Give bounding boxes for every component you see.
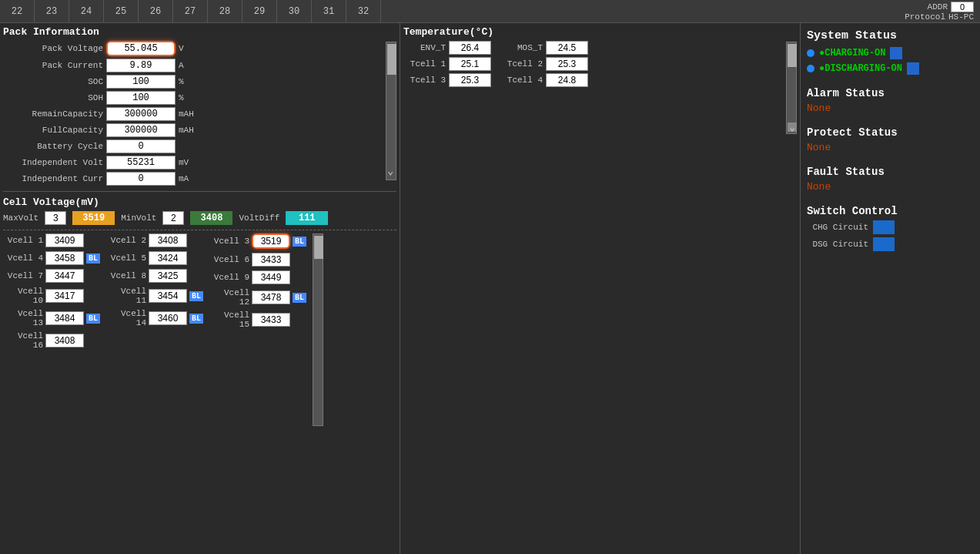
- vcell11-input[interactable]: [149, 289, 187, 303]
- nav-num-26[interactable]: 26: [139, 0, 173, 23]
- battery-cycle-input[interactable]: [106, 139, 176, 153]
- pack-info-area: Pack Information Pack Voltage V Pack Cur…: [3, 26, 383, 188]
- vcell6-label: Vcell 6: [209, 255, 249, 264]
- nav-num-32[interactable]: 32: [346, 0, 381, 23]
- vcell-scrollbar[interactable]: [313, 233, 323, 426]
- env-t-label: ENV_T: [403, 43, 446, 52]
- nav-num-30[interactable]: 30: [277, 0, 312, 23]
- nav-num-25[interactable]: 25: [104, 0, 139, 23]
- vcell13-input[interactable]: [45, 311, 84, 325]
- pack-info-wrapper: Pack Information Pack Voltage V Pack Cur…: [3, 26, 396, 188]
- env-t-input[interactable]: [449, 41, 491, 55]
- vcell7-label: Vcell 7: [3, 271, 43, 280]
- remain-capacity-row: RemainCapacity mAH: [3, 107, 383, 121]
- soh-input[interactable]: [106, 91, 176, 105]
- vcell12-bl: BL: [293, 293, 306, 303]
- nav-num-28[interactable]: 28: [208, 0, 242, 23]
- nav-num-22[interactable]: 22: [0, 0, 35, 23]
- volt-summary: MaxVolt 3519 MinVolt 3408 VoltDiff 111: [3, 211, 396, 225]
- pack-current-input[interactable]: [106, 59, 176, 72]
- vcell15-input[interactable]: [252, 313, 290, 327]
- soc-row: SOC %: [3, 75, 383, 89]
- full-capacity-input[interactable]: [106, 123, 176, 137]
- vcell4-bl: BL: [86, 253, 100, 264]
- voltdiff-value: 111: [286, 211, 328, 225]
- vcell6-input[interactable]: [252, 253, 290, 267]
- vcell1-input[interactable]: [45, 233, 84, 247]
- main-content: Pack Information Pack Voltage V Pack Cur…: [0, 23, 980, 554]
- independent-volt-input[interactable]: [106, 156, 176, 170]
- vcell-container: Vcell 1 Vcell 4 BL Vcell 7 Vcell 10: [3, 233, 396, 426]
- dsg-circuit-btn[interactable]: [873, 237, 895, 251]
- soc-unit: %: [179, 77, 202, 86]
- vcell5-label: Vcell 5: [106, 253, 146, 263]
- vcell10-item: Vcell 10: [3, 287, 100, 305]
- full-capacity-unit: mAH: [179, 126, 202, 135]
- nav-num-23[interactable]: 23: [35, 0, 69, 23]
- vcell2-input[interactable]: [149, 233, 187, 247]
- vcell14-input[interactable]: [149, 311, 187, 325]
- vcell13-item: Vcell 13 BL: [3, 309, 100, 327]
- vcell3-item: Vcell 3 BL: [209, 233, 306, 249]
- switch-control-section: Switch Control CHG Circuit DSG Circuit: [807, 205, 974, 251]
- nav-num-27[interactable]: 27: [173, 0, 208, 23]
- pack-voltage-input[interactable]: [106, 41, 176, 56]
- vcell11-bl: BL: [189, 291, 203, 301]
- maxvolt-value: 3519: [72, 211, 115, 225]
- vcell10-input[interactable]: [45, 289, 84, 303]
- maxvolt-label: MaxVolt: [3, 213, 38, 223]
- nav-num-31[interactable]: 31: [312, 0, 346, 23]
- battery-cycle-row: Battery Cycle: [3, 139, 383, 153]
- addr-input[interactable]: [951, 2, 974, 12]
- pack-scrollbar[interactable]: ⌄: [386, 42, 396, 180]
- independent-volt-row: Independent Volt mV: [3, 156, 383, 170]
- pack-current-row: Pack Current A: [3, 59, 383, 72]
- vcell15-item: Vcell 15: [209, 311, 306, 329]
- cell-voltage-section: Cell Voltage(mV) MaxVolt 3519 MinVolt 34…: [3, 196, 396, 426]
- tcell3-input[interactable]: [449, 73, 491, 87]
- vcell4-item: Vcell 4 BL: [3, 251, 100, 265]
- tcell2-input[interactable]: [546, 57, 588, 71]
- chg-circuit-row: CHG Circuit: [807, 220, 974, 234]
- soh-row: SOH %: [3, 91, 383, 105]
- tcell4-input[interactable]: [546, 73, 588, 87]
- protect-status-value: None: [807, 142, 974, 153]
- temp-scrollbar[interactable]: ⌄: [786, 42, 797, 134]
- temp-row-2: Tcell 1 Tcell 2: [403, 57, 783, 71]
- soc-input[interactable]: [106, 75, 176, 89]
- vcell13-label: Vcell 13: [3, 309, 43, 327]
- independent-curr-label: Independent Curr: [3, 174, 103, 183]
- vcell12-input[interactable]: [252, 290, 290, 304]
- vcell2-item: Vcell 2: [106, 233, 203, 247]
- vcell13-bl: BL: [86, 314, 100, 324]
- temp-wrapper: Temperature(°C) ENV_T MOS_T Tcell 1 Tcel…: [403, 26, 797, 134]
- vcell16-input[interactable]: [45, 334, 84, 348]
- vcell9-label: Vcell 9: [209, 273, 249, 282]
- dashed-divider: [3, 230, 396, 230]
- remain-capacity-input[interactable]: [106, 107, 176, 121]
- vcell4-input[interactable]: [45, 251, 84, 265]
- full-capacity-label: FullCapacity: [3, 126, 103, 135]
- vcell5-input[interactable]: [149, 251, 187, 265]
- vcell6-item: Vcell 6: [209, 253, 306, 267]
- chg-circuit-btn[interactable]: [873, 220, 895, 234]
- switch-control-title: Switch Control: [807, 205, 974, 217]
- vcell8-input[interactable]: [149, 269, 187, 283]
- addr-label: ADDR: [928, 2, 948, 12]
- vcell7-input[interactable]: [45, 269, 84, 283]
- vcell14-label: Vcell 14: [106, 309, 146, 327]
- chg-circuit-label: CHG Circuit: [807, 223, 868, 232]
- alarm-status-value: None: [807, 102, 974, 114]
- vcell9-input[interactable]: [252, 270, 290, 284]
- tcell1-input[interactable]: [449, 57, 491, 71]
- maxvolt-num-input[interactable]: [45, 211, 66, 225]
- minvolt-num-input[interactable]: [162, 211, 184, 225]
- fault-status-section: Fault Status None: [807, 166, 974, 193]
- independent-curr-input[interactable]: [106, 172, 176, 186]
- vcell3-input[interactable]: [252, 233, 290, 249]
- mos-t-input[interactable]: [546, 41, 588, 55]
- alarm-status-section: Alarm Status None: [807, 87, 974, 114]
- system-status-title: System Status: [807, 29, 974, 42]
- nav-num-29[interactable]: 29: [242, 0, 277, 23]
- nav-num-24[interactable]: 24: [69, 0, 104, 23]
